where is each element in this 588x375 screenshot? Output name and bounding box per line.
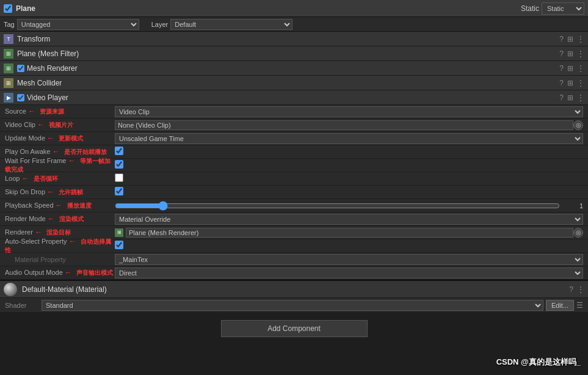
source-value: Video Clip URL: [115, 106, 583, 117]
meshcollider-name: Mesh Collider: [17, 79, 559, 87]
meshfilter-settings-icon[interactable]: ⊞: [567, 49, 573, 58]
audiooutputmode-value: Direct Audio Source None API Only: [115, 268, 583, 279]
audiooutputmode-label: Audio Output Mode ← 声音输出模式: [5, 268, 115, 277]
source-dropdown[interactable]: Video Clip URL: [115, 106, 583, 117]
watermark: CSDN @真的是这样吗_: [496, 357, 581, 368]
meshcollider-help-icon[interactable]: ?: [559, 79, 564, 87]
playonawake-annotation: 是否开始就播放: [64, 148, 107, 155]
tag-select[interactable]: Untagged: [17, 19, 139, 30]
renderer-label: Renderer ← 渲染目标: [5, 228, 115, 237]
meshrenderer-help-icon[interactable]: ?: [559, 64, 564, 73]
playbackspeed-value: 1: [115, 201, 583, 211]
transform-settings-icon[interactable]: ⊞: [567, 35, 573, 43]
transform-icon: T: [4, 34, 13, 44]
waitforfirstframe-row: Wait For First Frame ← 等第一帧加载完成: [0, 159, 588, 172]
meshcollider-menu-icon[interactable]: ⋮: [577, 79, 584, 87]
waitforfirstframe-value: [115, 160, 583, 170]
audiooutputmode-dropdown[interactable]: Direct Audio Source None API Only: [115, 268, 583, 279]
audiooutputmode-row: Audio Output Mode ← 声音输出模式 Direct Audio …: [0, 266, 588, 280]
meshfilter-help-icon[interactable]: ?: [559, 49, 564, 58]
videoclip-annotation: 视频片片: [49, 122, 73, 128]
rendermode-annotation: 渲染模式: [59, 216, 84, 222]
playbackspeed-row: Playback Speed ← 播放速度 1: [0, 199, 588, 213]
shader-edit-button[interactable]: Edit...: [546, 300, 574, 311]
autoselectproperty-checkbox[interactable]: [115, 241, 123, 249]
layer-select[interactable]: Default: [170, 19, 292, 30]
skipOndrop-checkbox[interactable]: [115, 187, 123, 195]
videoclip-picker-btn[interactable]: ◎: [573, 120, 583, 130]
loop-label: Loop ← 是否循环: [5, 174, 115, 183]
meshfilter-name: Plane (Mesh Filter): [17, 49, 559, 58]
playbackspeed-annotation: 播放速度: [67, 202, 92, 209]
source-label: Source ← 资源来源: [5, 107, 115, 116]
loop-checkbox[interactable]: [115, 173, 123, 182]
renderer-arrow: ←: [35, 228, 42, 236]
videoplayer-settings-icon[interactable]: ⊞: [567, 93, 573, 102]
transform-component-header: T Transform ? ⊞ ⋮: [0, 32, 588, 46]
renderer-annotation: 渲染目标: [46, 229, 71, 236]
add-component-area: Add Component: [0, 313, 588, 344]
audiooutputmode-annotation: 声音输出模式: [76, 269, 113, 276]
playonawake-arrow: ←: [52, 147, 59, 156]
loop-annotation: 是否循环: [34, 175, 58, 182]
source-row: Source ← 资源来源 Video Clip URL: [0, 105, 588, 118]
meshrenderer-component-header: ⊞ Mesh Renderer ? ⊞ ⋮: [0, 61, 588, 76]
skipOndrop-value: [115, 187, 583, 197]
videoclip-input[interactable]: [115, 120, 573, 130]
shader-row: Shader Standard Edit... ☰: [0, 298, 588, 313]
playonawake-label: Play On Awake ← 是否开始就播放: [5, 147, 115, 156]
videoclip-arrow: ←: [37, 120, 45, 129]
meshrenderer-checkbox[interactable]: [17, 65, 24, 72]
transform-menu-icon[interactable]: ⋮: [577, 35, 584, 43]
playbackspeed-label: Playback Speed ← 播放速度: [5, 201, 115, 210]
waitforfirstframe-checkbox[interactable]: [115, 160, 123, 169]
loop-value: [115, 173, 583, 184]
videoplayer-checkbox[interactable]: [17, 94, 24, 101]
meshrenderer-icon: ⊞: [4, 64, 13, 73]
rendermode-dropdown[interactable]: Material Override Render Texture Camera …: [115, 214, 583, 225]
header-bar: Plane Static Static Dynamic: [0, 0, 588, 17]
audiooutputmode-arrow: ←: [65, 268, 72, 277]
playonawake-value: [115, 147, 583, 157]
waitforfirstframe-label: Wait For First Frame ← 等第一帧加载完成: [5, 156, 115, 174]
meshrenderer-name: Mesh Renderer: [27, 64, 559, 73]
skipOndrop-arrow: ←: [47, 188, 54, 196]
videoplayer-icons-right: ? ⊞ ⋮: [559, 93, 584, 102]
materialproperty-dropdown[interactable]: _MainTex: [115, 254, 583, 265]
material-menu-icon[interactable]: ⋮: [577, 285, 584, 294]
playbackspeed-slider[interactable]: [115, 201, 560, 211]
shader-dropdown[interactable]: Standard: [42, 300, 543, 311]
material-help-icon[interactable]: ?: [569, 285, 573, 294]
meshrenderer-menu-icon[interactable]: ⋮: [577, 64, 584, 73]
updatemode-label: Update Mode ← 更新模式: [5, 134, 115, 143]
autoselectproperty-arrow: ←: [69, 237, 76, 246]
renderer-input[interactable]: [126, 228, 573, 238]
transform-name: Transform: [17, 35, 559, 43]
rendermode-label: Render Mode ← 渲染模式: [5, 214, 115, 224]
playonawake-checkbox[interactable]: [115, 147, 123, 155]
autoselectproperty-value: [115, 241, 583, 251]
updatemode-arrow: ←: [47, 134, 54, 142]
videoplayer-help-icon[interactable]: ?: [559, 93, 564, 102]
meshrenderer-icons-right: ? ⊞ ⋮: [559, 64, 584, 73]
materialproperty-label: Material Property: [5, 256, 115, 263]
add-component-button[interactable]: Add Component: [221, 320, 368, 337]
material-sphere-icon: [4, 283, 17, 296]
videoplayer-menu-icon[interactable]: ⋮: [577, 93, 584, 102]
plane-enabled-checkbox[interactable]: [4, 4, 12, 13]
renderer-picker-btn[interactable]: ◎: [573, 228, 583, 238]
shader-list-icon[interactable]: ☰: [576, 301, 583, 310]
static-dropdown[interactable]: Static Dynamic: [542, 2, 584, 15]
loop-arrow: ←: [22, 174, 29, 183]
updatemode-dropdown[interactable]: Unscaled Game Time Game Time Manual: [115, 133, 583, 144]
updatemode-row: Update Mode ← 更新模式 Unscaled Game Time Ga…: [0, 132, 588, 145]
material-icons-right: ? ⋮: [569, 285, 584, 294]
transform-help-icon[interactable]: ?: [559, 35, 564, 43]
meshrenderer-settings-icon[interactable]: ⊞: [567, 64, 573, 73]
videoplayer-name: Video Player: [27, 93, 559, 102]
meshcollider-icons-right: ? ⊞ ⋮: [559, 79, 584, 87]
rendermode-row: Render Mode ← 渲染模式 Material Override Ren…: [0, 213, 588, 226]
meshfilter-menu-icon[interactable]: ⋮: [577, 49, 584, 58]
rendermode-value: Material Override Render Texture Camera …: [115, 214, 583, 225]
meshcollider-settings-icon[interactable]: ⊞: [567, 79, 573, 87]
